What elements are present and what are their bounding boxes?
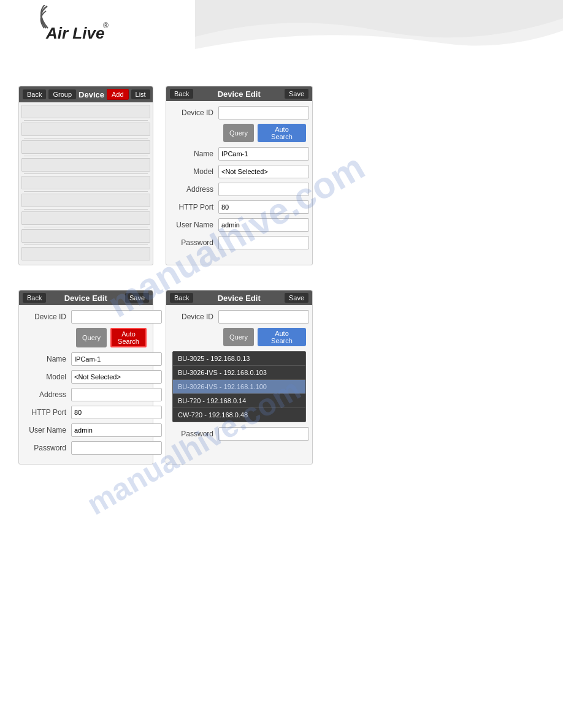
name-row: Name <box>172 147 306 161</box>
bl-http-port-row: HTTP Port <box>25 406 147 419</box>
search-result-item[interactable]: CW-720 - 192.168.0.48 <box>173 408 305 422</box>
bottom-right-panel: Back Device Edit Save Device ID Query Au… <box>166 290 313 464</box>
top-right-panel-title: Device Edit <box>196 89 282 99</box>
bl-user-name-label: User Name <box>25 426 71 434</box>
query-row: Query Auto Search <box>172 124 306 142</box>
list-item[interactable] <box>21 140 150 154</box>
bl-http-port-input[interactable] <box>71 406 162 419</box>
bl-model-input[interactable] <box>71 370 162 384</box>
top-left-panel-header: Back Group Device Add List <box>19 86 153 102</box>
br-password-input[interactable] <box>218 427 309 441</box>
bottom-left-save-button[interactable]: Save <box>125 293 149 303</box>
device-id-input[interactable] <box>218 106 309 119</box>
address-label: Address <box>172 185 218 194</box>
bl-password-row: Password <box>25 441 147 455</box>
bottom-right-panel-title: Device Edit <box>196 294 282 303</box>
user-name-input[interactable] <box>218 218 309 232</box>
device-list <box>19 102 153 265</box>
bl-device-id-row: Device ID <box>25 310 147 324</box>
bottom-panels-row: Back Device Edit Save Device ID Query Au… <box>18 290 545 464</box>
top-left-add-button[interactable]: Add <box>107 89 129 100</box>
search-result-item[interactable]: BU-3026-IVS - 192.168.0.103 <box>173 366 305 380</box>
bottom-left-panel-title: Device Edit <box>48 294 122 303</box>
bottom-right-save-button[interactable]: Save <box>285 293 308 303</box>
name-input[interactable] <box>218 147 309 161</box>
bl-auto-search-button[interactable]: Auto Search <box>110 328 147 347</box>
http-port-row: HTTP Port <box>172 200 306 214</box>
auto-search-results: BU-3025 - 192.168.0.13 BU-3026-IVS - 192… <box>172 351 306 422</box>
bl-address-row: Address <box>25 388 147 401</box>
top-right-auto-search-button[interactable]: Auto Search <box>258 124 306 142</box>
br-query-button[interactable]: Query <box>223 328 254 346</box>
bl-query-row: Query Auto Search <box>25 328 147 347</box>
top-right-save-button[interactable]: Save <box>285 89 308 99</box>
list-item[interactable] <box>21 229 150 243</box>
search-result-item[interactable]: BU-3025 - 192.168.0.13 <box>173 352 305 366</box>
br-password-row: Password <box>172 427 306 441</box>
logo-graphic: Air Live ® <box>12 5 110 48</box>
search-result-item[interactable]: BU-720 - 192.168.0.14 <box>173 394 305 408</box>
bl-device-id-input[interactable] <box>71 310 162 324</box>
list-item[interactable] <box>21 158 150 172</box>
list-item[interactable] <box>21 211 150 225</box>
bottom-right-back-button[interactable]: Back <box>170 293 193 303</box>
list-item[interactable] <box>21 194 150 207</box>
top-left-list-button[interactable]: List <box>131 89 150 99</box>
bottom-left-form: Device ID Query Auto Search Name Model <box>19 305 153 464</box>
header-wave <box>195 0 563 74</box>
bl-device-id-label: Device ID <box>25 313 71 321</box>
bottom-left-back-button[interactable]: Back <box>23 293 46 303</box>
bl-user-name-row: User Name <box>25 423 147 437</box>
list-item[interactable] <box>21 247 150 260</box>
top-right-panel-header: Back Device Edit Save <box>166 86 312 101</box>
password-input[interactable] <box>218 236 309 249</box>
svg-text:®: ® <box>103 21 109 30</box>
top-right-panel: Back Device Edit Save Device ID Query Au… <box>166 86 313 265</box>
bl-password-input[interactable] <box>71 441 162 455</box>
password-label: Password <box>172 238 218 247</box>
model-label: Model <box>172 167 218 176</box>
model-row: Model <box>172 165 306 178</box>
address-row: Address <box>172 183 306 196</box>
model-input[interactable] <box>218 165 309 178</box>
top-panels-row: Back Group Device Add List <box>18 86 545 265</box>
list-item[interactable] <box>21 176 150 189</box>
bl-name-row: Name <box>25 352 147 366</box>
bottom-left-panel: Back Device Edit Save Device ID Query Au… <box>18 290 153 464</box>
address-input[interactable] <box>218 183 309 196</box>
device-id-row: Device ID <box>172 106 306 119</box>
http-port-label: HTTP Port <box>172 203 218 211</box>
br-device-id-input[interactable] <box>218 310 309 324</box>
main-content: Back Group Device Add List <box>0 74 563 477</box>
top-left-panel: Back Group Device Add List <box>18 86 153 265</box>
br-query-row: Query Auto Search <box>172 328 306 346</box>
header: Air Live ® <box>0 0 563 74</box>
top-right-query-button[interactable]: Query <box>223 124 254 142</box>
list-item[interactable] <box>21 105 150 118</box>
search-result-item-selected[interactable]: BU-3026-IVS - 192.168.1.100 <box>173 380 305 394</box>
br-device-id-label: Device ID <box>172 313 218 321</box>
bl-model-label: Model <box>25 373 71 381</box>
br-device-id-row: Device ID <box>172 310 306 324</box>
bl-password-label: Password <box>25 444 71 452</box>
bottom-right-form: Device ID Query Auto Search BU-3025 - 19… <box>166 305 312 450</box>
bl-user-name-input[interactable] <box>71 423 162 437</box>
top-right-back-button[interactable]: Back <box>170 89 193 99</box>
top-right-form: Device ID Query Auto Search Name Model <box>166 101 312 259</box>
bl-address-label: Address <box>25 390 71 399</box>
bl-name-label: Name <box>25 355 71 363</box>
svg-text:Air Live: Air Live <box>45 24 104 42</box>
bl-name-input[interactable] <box>71 352 162 366</box>
bl-query-button[interactable]: Query <box>76 328 107 347</box>
list-item[interactable] <box>21 123 150 136</box>
user-name-label: User Name <box>172 221 218 229</box>
top-left-back-button[interactable]: Back <box>23 89 46 99</box>
top-left-panel-title: Device <box>79 90 104 99</box>
http-port-input[interactable] <box>218 200 309 214</box>
bottom-left-panel-header: Back Device Edit Save <box>19 290 153 305</box>
bl-address-input[interactable] <box>71 388 162 401</box>
top-left-group-button[interactable]: Group <box>48 89 76 99</box>
bl-model-row: Model <box>25 370 147 384</box>
br-auto-search-button[interactable]: Auto Search <box>258 328 306 346</box>
br-password-label: Password <box>172 430 218 438</box>
